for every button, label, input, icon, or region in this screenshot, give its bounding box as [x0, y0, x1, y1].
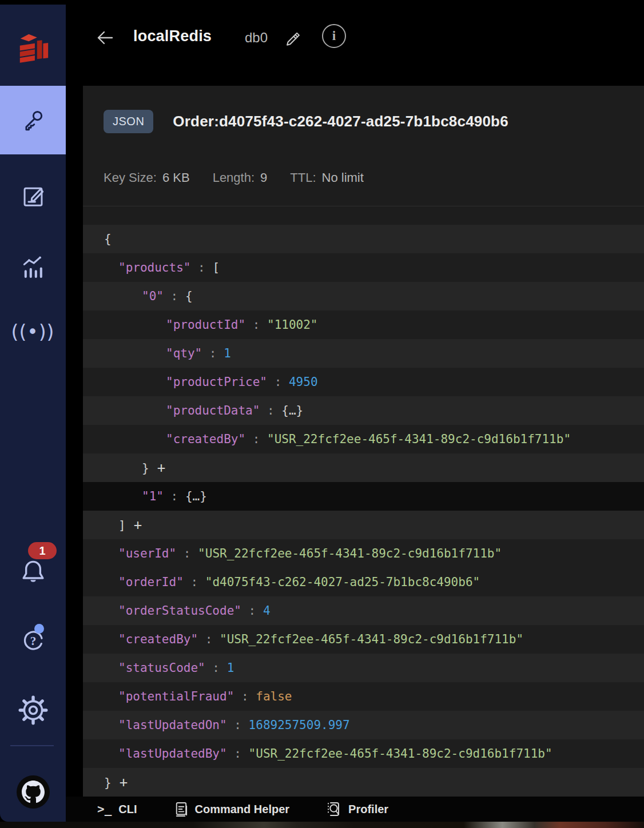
cli-icon: >_ — [97, 802, 112, 816]
json-value[interactable]: 1 — [224, 347, 231, 360]
json-colon: : — [245, 432, 267, 446]
json-viewer: {"products" : ["0" : {"productId" : "110… — [83, 225, 644, 797]
json-key: "products" — [118, 261, 190, 274]
sidebar-item-notifications[interactable]: 1 — [0, 544, 66, 597]
json-row[interactable]: "productId" : "11002" — [83, 310, 644, 339]
command-helper-button[interactable]: Command Helper — [173, 801, 290, 818]
profiler-icon — [325, 801, 341, 818]
json-row[interactable]: "createdBy" : "USR_22fcf2ee-465f-4341-89… — [83, 625, 644, 654]
ttl-value[interactable]: No limit — [322, 170, 364, 185]
info-button[interactable]: i — [322, 24, 346, 48]
add-field-button[interactable]: + — [157, 460, 165, 476]
key-detail-panel: JSON Order:d4075f43-c262-4027-ad25-7b1bc… — [83, 86, 644, 797]
json-value[interactable]: 1 — [227, 661, 234, 675]
key-size-label: Key Size: — [104, 170, 157, 185]
json-value[interactable]: "11002" — [267, 318, 318, 332]
json-row[interactable]: "productData" : {…} — [83, 396, 644, 425]
json-value[interactable]: } — [142, 461, 149, 475]
json-key: "createdBy" — [166, 432, 245, 446]
json-key: "productData" — [166, 404, 260, 417]
add-field-button[interactable]: + — [120, 774, 128, 790]
json-value[interactable]: {…} — [281, 404, 303, 417]
json-key: "lastUpdatedOn" — [118, 718, 227, 732]
json-value[interactable]: "USR_22fcf2ee-465f-4341-89c2-c9d16b1f711… — [198, 547, 502, 560]
json-value[interactable]: ] — [118, 519, 126, 532]
workbench-icon — [20, 182, 46, 209]
json-value[interactable]: "USR_22fcf2ee-465f-4341-89c2-c9d16b1f711… — [249, 747, 552, 761]
cli-button[interactable]: >_ CLI — [97, 802, 137, 816]
json-row[interactable]: "productPrice" : 4950 — [83, 368, 644, 396]
json-value[interactable]: [ — [212, 261, 220, 274]
command-helper-label: Command Helper — [195, 803, 290, 816]
length-label: Length: — [213, 170, 255, 185]
json-value[interactable]: 1689257509.997 — [249, 718, 350, 732]
json-row[interactable]: "products" : [ — [83, 253, 644, 282]
sidebar-item-settings[interactable] — [0, 686, 66, 734]
key-type-badge: JSON — [104, 110, 153, 133]
json-key: "statusCode" — [118, 661, 205, 675]
json-row[interactable]: }+ — [83, 453, 644, 482]
json-colon: : — [164, 489, 185, 503]
json-value[interactable]: false — [256, 690, 292, 703]
profiler-button[interactable]: Profiler — [325, 801, 388, 818]
json-row[interactable]: "orderStatusCode" : 4 — [83, 596, 644, 625]
json-key: "productId" — [166, 318, 245, 332]
github-icon — [17, 775, 50, 809]
json-value[interactable]: { — [185, 289, 193, 303]
json-row[interactable]: "statusCode" : 1 — [83, 654, 644, 682]
sidebar-item-analytics[interactable] — [0, 242, 66, 290]
json-row[interactable]: "potentialFraud" : false — [83, 682, 644, 711]
json-row[interactable]: "orderId" : "d4075f43-c262-4027-ad25-7b1… — [83, 568, 644, 596]
json-colon: : — [164, 289, 185, 303]
json-value[interactable]: "USR_22fcf2ee-465f-4341-89c2-c9d16b1f711… — [220, 632, 523, 646]
sidebar-item-browser[interactable] — [0, 86, 66, 154]
notification-badge: 1 — [28, 542, 57, 559]
json-key: "potentialFraud" — [118, 690, 234, 703]
sidebar-item-help[interactable]: ? — [0, 616, 66, 664]
json-colon: : — [205, 661, 227, 675]
add-field-button[interactable]: + — [134, 517, 142, 533]
json-value[interactable]: } — [104, 776, 112, 790]
json-colon: : — [245, 318, 267, 332]
json-key: "productPrice" — [166, 375, 267, 389]
json-row[interactable]: "qty" : 1 — [83, 339, 644, 368]
sidebar-item-github[interactable] — [0, 771, 66, 813]
back-button[interactable] — [91, 24, 118, 51]
sidebar-divider — [10, 745, 54, 746]
json-row[interactable]: "lastUpdatedOn" : 1689257509.997 — [83, 711, 644, 739]
json-key: "0" — [142, 289, 164, 303]
json-colon: : — [227, 718, 249, 732]
redis-logo — [0, 22, 66, 73]
database-index: db0 — [245, 30, 268, 46]
svg-text:?: ? — [30, 634, 36, 648]
json-value[interactable]: "USR_22fcf2ee-465f-4341-89c2-c9d16b1f711… — [267, 432, 571, 446]
json-row[interactable]: "0" : { — [83, 282, 644, 310]
json-value[interactable]: { — [104, 232, 112, 246]
json-value[interactable]: "d4075f43-c262-4027-ad25-7b1bc8c490b6" — [205, 575, 480, 589]
json-row[interactable]: ]+ — [83, 511, 644, 539]
sidebar-item-workbench[interactable] — [0, 172, 66, 220]
json-colon: : — [267, 375, 289, 389]
json-row[interactable]: "1" : {…} — [83, 482, 644, 511]
json-value[interactable]: 4950 — [289, 375, 318, 389]
json-key: "orderId" — [118, 575, 184, 589]
json-key: "1" — [142, 489, 164, 503]
json-row[interactable]: "lastUpdatedBy" : "USR_22fcf2ee-465f-434… — [83, 739, 644, 768]
json-row[interactable]: "userId" : "USR_22fcf2ee-465f-4341-89c2-… — [83, 539, 644, 568]
json-key: "userId" — [118, 547, 176, 560]
json-value[interactable]: 4 — [263, 604, 271, 618]
json-colon: : — [184, 575, 205, 589]
edit-database-button[interactable] — [282, 25, 305, 48]
json-row[interactable]: "createdBy" : "USR_22fcf2ee-465f-4341-89… — [83, 425, 644, 453]
json-row[interactable]: }+ — [83, 768, 644, 797]
json-row[interactable]: { — [83, 225, 644, 253]
json-value[interactable]: {…} — [185, 489, 207, 503]
analytics-icon — [19, 253, 47, 280]
length-value: 9 — [260, 170, 267, 185]
pencil-icon — [284, 27, 303, 46]
json-key: "orderStatusCode" — [118, 604, 241, 618]
sidebar: ((•)) 1 ? — [0, 5, 66, 822]
key-name[interactable]: Order:d4075f43-c262-4027-ad25-7b1bc8c490… — [173, 113, 508, 130]
sidebar-item-pubsub[interactable]: ((•)) — [0, 309, 66, 355]
redisinsight-window: ((•)) 1 ? — [0, 0, 644, 828]
